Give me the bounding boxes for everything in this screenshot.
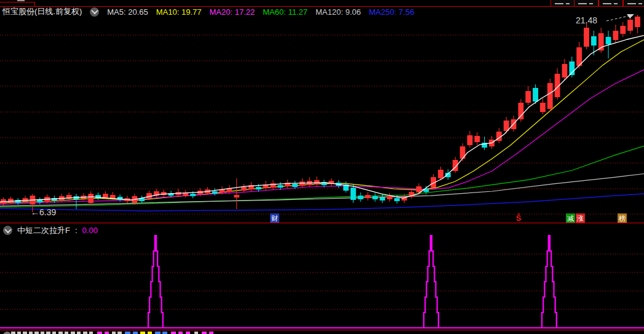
ma-legend-item: MA10: 19.77 — [156, 7, 202, 17]
sell-signal-marker: Ŝ — [516, 213, 521, 223]
ma-legend-item: MA250: 7.56 — [369, 7, 415, 17]
clipped-text-fragment — [23, 332, 27, 334]
ma-legend-item: MA120: 9.06 — [316, 7, 361, 17]
clipped-text-fragment — [46, 332, 50, 334]
clipped-text-fragment — [29, 332, 33, 334]
clipped-panel-strip — [0, 330, 644, 334]
signal-spike — [424, 236, 440, 328]
price-annotations: ←6.3921.48 — [31, 14, 634, 217]
svg-text:21.48: 21.48 — [576, 15, 597, 25]
clipped-text-fragment — [202, 332, 207, 334]
clipped-text-fragment — [155, 332, 161, 334]
top-toolbar-strip — [0, 0, 644, 7]
toolbar-underline — [0, 2, 35, 2]
toolbar-button-clipped[interactable] — [551, 0, 575, 7]
indicator-panel-chart[interactable] — [0, 223, 644, 330]
toolbar-button-clipped[interactable] — [574, 0, 598, 7]
clipped-text-fragment — [52, 332, 56, 334]
clipped-text-fragment — [11, 332, 15, 334]
clipped-text-fragment — [71, 332, 75, 334]
ma-lines-layer — [0, 40, 644, 211]
clipped-text-fragment — [105, 332, 109, 334]
toolbar-button-clipped[interactable] — [598, 0, 623, 7]
indicator-name: 中短二次拉升F — [17, 225, 70, 236]
ma-legend-item: MA5: 20.65 — [107, 7, 148, 17]
trading-app-window: { "header": { "title": "恒宝股份(日线.前复权)", "… — [0, 0, 644, 334]
clipped-text-fragment — [112, 332, 116, 334]
clipped-text-fragment — [194, 332, 198, 334]
chart-header: 恒宝股份(日线.前复权) MA5: 20.65 MA10: 19.77 MA20… — [2, 7, 414, 17]
stock-title: 恒宝股份(日线.前复权) — [2, 6, 82, 17]
ma5-line — [0, 36, 644, 202]
indicator-panel-header: 中短二次拉升F : 0.00 — [3, 225, 98, 236]
clipped-text-fragment — [162, 332, 167, 334]
clipped-text-fragment — [17, 332, 21, 334]
chevron-circle-icon-clipped[interactable] — [3, 332, 11, 334]
indicator-separator: : — [75, 226, 78, 235]
clipped-text-fragment — [58, 332, 63, 334]
clipped-text-fragment — [178, 332, 183, 334]
svg-text:减: 减 — [567, 215, 574, 222]
clipped-text-fragment — [77, 332, 81, 334]
svg-text:涨: 涨 — [577, 215, 584, 222]
svg-text:←6.39: ←6.39 — [31, 207, 56, 217]
event-badges: 财Ŝ减涨榜 — [270, 213, 627, 223]
ma-legend-item: MA20: 17.22 — [210, 7, 255, 17]
signal-spike — [542, 236, 558, 328]
toolbar-glyph-sliver — [17, 0, 25, 1]
signal-spike — [148, 236, 164, 328]
clipped-text-fragment — [41, 332, 44, 334]
ma-legend-item: MA60: 11.27 — [263, 7, 308, 17]
price-gridlines — [0, 35, 644, 214]
main-candlestick-chart[interactable]: ←6.3921.48财Ŝ减涨榜 — [0, 6, 644, 223]
clipped-text-fragment — [171, 332, 176, 334]
clipped-text-fragment — [209, 332, 213, 334]
clipped-text-fragment — [65, 332, 68, 334]
chevron-down-icon[interactable] — [90, 7, 99, 17]
toolbar-button-clipped[interactable] — [623, 0, 644, 7]
chevron-down-icon[interactable] — [3, 226, 12, 235]
toolbar-tick — [34, 2, 35, 6]
clipped-text-fragment — [125, 332, 130, 334]
clipped-text-fragment — [97, 332, 102, 334]
clipped-text-fragment — [186, 332, 190, 334]
svg-text:榜: 榜 — [619, 215, 626, 222]
clipped-text-fragment — [89, 332, 93, 334]
clipped-text-fragment — [140, 332, 145, 334]
clipped-text-fragment — [148, 332, 152, 334]
clipped-text-fragment — [117, 332, 122, 334]
clipped-text-fragment — [133, 332, 138, 334]
svg-text:财: 财 — [271, 215, 278, 222]
clipped-text-fragment — [34, 332, 39, 334]
clipped-text-fragment — [83, 332, 87, 334]
indicator-value: 0.00 — [82, 226, 98, 235]
